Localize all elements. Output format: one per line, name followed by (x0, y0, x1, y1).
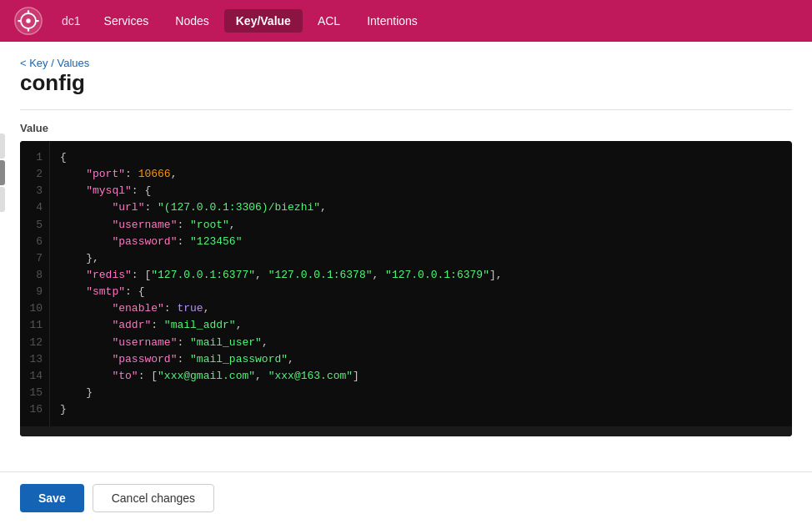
nav-acl[interactable]: ACL (306, 9, 352, 33)
nav-intentions[interactable]: Intentions (355, 9, 429, 33)
save-button[interactable]: Save (20, 484, 84, 512)
main-content: < Key / Values config Value 12345 678910… (0, 42, 812, 524)
navbar: dc1 Services Nodes Key/Value ACL Intenti… (0, 0, 812, 42)
nav-nodes[interactable]: Nodes (163, 9, 220, 33)
code-scrollbar[interactable] (20, 426, 792, 436)
content-area: < Key / Values config Value 12345 678910… (0, 42, 812, 471)
left-tab-2 (0, 160, 5, 185)
title-divider (20, 109, 792, 110)
left-scroll-tabs (0, 134, 5, 212)
cancel-button[interactable]: Cancel changes (93, 484, 214, 512)
nav-keyvalue[interactable]: Key/Value (224, 9, 303, 33)
line-numbers: 12345 678910 1112131415 16 (20, 141, 50, 426)
page-title: config (20, 70, 792, 96)
breadcrumb[interactable]: < Key / Values (20, 57, 89, 69)
left-tab-1 (0, 134, 5, 159)
svg-point-2 (26, 18, 30, 23)
value-label: Value (20, 122, 792, 134)
nav-services[interactable]: Services (93, 9, 161, 33)
datacenter-label: dc1 (53, 9, 89, 33)
left-tab-3 (0, 187, 5, 212)
footer: Save Cancel changes (0, 471, 812, 524)
consul-logo-icon (13, 6, 43, 36)
code-text[interactable]: { "port": 10666, "mysql": { "url": "(127… (50, 141, 792, 426)
code-editor[interactable]: 12345 678910 1112131415 16 { "port": 106… (20, 141, 792, 436)
